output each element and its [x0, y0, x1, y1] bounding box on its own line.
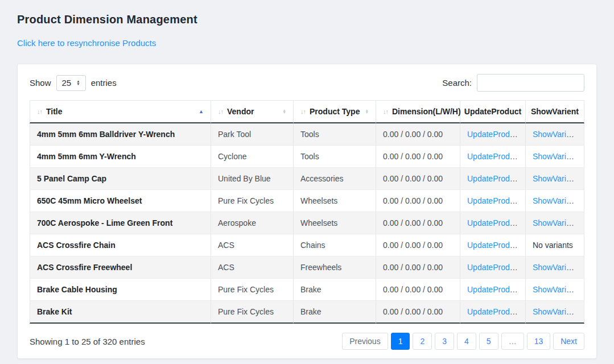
column-label: Dimension(L/W/H): [392, 107, 461, 116]
show-varient-link[interactable]: ShowVarient: [533, 307, 577, 316]
page-title: Product Dimension Management: [17, 13, 597, 26]
update-product-link[interactable]: UpdateProduct: [467, 241, 520, 250]
dimension-cell: 0.00 / 0.00 / 0.00: [376, 168, 460, 190]
update-product-link[interactable]: UpdateProduct: [467, 130, 520, 139]
sort-ascending-icon: ▲: [199, 109, 204, 114]
show-varient-link[interactable]: ShowVarient: [533, 130, 577, 139]
show-varient-cell: ShowVarient: [525, 257, 584, 279]
product-title-cell: 5 Panel Camp Cap: [30, 168, 211, 190]
product-title-cell: Brake Kit: [30, 301, 211, 324]
product-title-cell: 4mm 5mm 6mm Balldriver Y-Wrench: [30, 123, 211, 146]
pagination-previous[interactable]: Previous: [342, 333, 388, 350]
vendor-cell: Cyclone: [211, 146, 293, 168]
dimension-cell: 0.00 / 0.00 / 0.00: [376, 279, 460, 301]
pagination-page-13[interactable]: 13: [527, 333, 551, 350]
show-varient-cell: ShowVarient: [525, 279, 584, 301]
update-product-link[interactable]: UpdateProduct: [467, 152, 520, 161]
show-varient-link[interactable]: ShowVarient: [533, 285, 577, 294]
table-row: 650C 45mm Micro WheelsetPure Fix CyclesW…: [30, 190, 584, 212]
update-product-cell: UpdateProduct: [460, 168, 525, 190]
vendor-cell: ACS: [211, 234, 293, 257]
dimension-cell: 0.00 / 0.00 / 0.00: [376, 301, 460, 324]
sort-unsorted-icon: ▲▼: [283, 109, 286, 114]
show-varient-link[interactable]: ShowVarient: [533, 218, 577, 228]
table-row: 700C Aerospoke - Lime Green FrontAerospo…: [30, 212, 584, 234]
column-label: ShowVarient: [531, 107, 579, 116]
update-product-cell: UpdateProduct: [460, 257, 525, 279]
update-product-link[interactable]: UpdateProduct: [467, 263, 520, 272]
product-type-cell: Tools: [293, 123, 376, 146]
page-length-value: 25: [62, 78, 72, 88]
column-header-showvarient: ShowVarient: [525, 100, 584, 123]
table-footer: Showing 1 to 25 of 320 entries Previous1…: [30, 333, 584, 350]
column-header-product-type[interactable]: ↓↑Product Type▲▼: [293, 100, 376, 123]
update-product-link[interactable]: UpdateProduct: [467, 307, 520, 316]
products-table: ↓↑Title▲↓↑Vendor▲▼↓↑Product Type▲▼↓↑Dime…: [30, 100, 584, 324]
page: Product Dimension Management Click here …: [0, 0, 614, 359]
column-header-vendor[interactable]: ↓↑Vendor▲▼: [211, 100, 293, 123]
product-type-cell: Chains: [293, 234, 376, 257]
pagination-page-1[interactable]: 1: [391, 333, 410, 350]
show-varient-cell: ShowVarient: [525, 168, 584, 190]
product-type-cell: Accessories: [293, 168, 376, 190]
datatable-card: Show 25 ▲▼ entries Search: ↓↑Title▲↓↑Ven…: [17, 64, 597, 359]
pagination-page-4[interactable]: 4: [457, 333, 476, 350]
product-type-cell: Freewheels: [293, 257, 376, 279]
table-row: 4mm 5mm 6mm Y-WrenchCycloneTools0.00 / 0…: [30, 146, 584, 168]
dimension-cell: 0.00 / 0.00 / 0.00: [376, 190, 460, 212]
product-title-cell: ACS Crossfire Freewheel: [30, 257, 211, 279]
show-varient-link[interactable]: ShowVarient: [533, 152, 577, 161]
show-varient-cell: ShowVarient: [525, 212, 584, 234]
table-info: Showing 1 to 25 of 320 entries: [30, 337, 145, 346]
product-title-cell: 4mm 5mm 6mm Y-Wrench: [30, 146, 211, 168]
sort-arrows-icon: ↓↑: [218, 108, 223, 115]
show-varient-cell: ShowVarient: [525, 301, 584, 324]
vendor-cell: Aerospoke: [211, 212, 293, 234]
vendor-cell: Park Tool: [211, 123, 293, 146]
column-label: Title: [46, 107, 63, 116]
pagination-page-3[interactable]: 3: [435, 333, 454, 350]
table-row: Brake Cable HousingPure Fix CyclesBrake0…: [30, 279, 584, 301]
show-varient-link[interactable]: ShowVarient: [533, 263, 577, 272]
vendor-cell: Pure Fix Cycles: [211, 279, 293, 301]
page-length-select[interactable]: 25 ▲▼: [56, 75, 86, 91]
dimension-cell: 0.00 / 0.00 / 0.00: [376, 146, 460, 168]
show-varient-link[interactable]: ShowVarient: [533, 196, 577, 205]
table-row: Brake KitPure Fix CyclesBrake0.00 / 0.00…: [30, 301, 584, 324]
sort-arrows-icon: ↓↑: [300, 108, 306, 115]
show-varient-link[interactable]: ShowVarient: [533, 174, 577, 183]
update-product-link[interactable]: UpdateProduct: [467, 285, 520, 294]
no-variants-text: No variants: [533, 241, 573, 250]
show-varient-cell: No variants: [525, 234, 584, 257]
column-header-title[interactable]: ↓↑Title▲: [30, 100, 211, 123]
table-row: ACS Crossfire FreewheelACSFreewheels0.00…: [30, 257, 584, 279]
resync-products-link[interactable]: Click here to resynchronise Products: [17, 38, 156, 48]
product-type-cell: Brake: [293, 301, 376, 324]
pagination-page-2[interactable]: 2: [413, 333, 432, 350]
update-product-link[interactable]: UpdateProduct: [467, 218, 520, 228]
select-updown-icon: ▲▼: [76, 80, 80, 85]
column-header-dimension-l-w-h[interactable]: ↓↑Dimension(L/W/H)▲▼: [376, 100, 460, 123]
update-product-cell: UpdateProduct: [460, 123, 525, 146]
page-length-control: Show 25 ▲▼ entries: [30, 75, 117, 91]
update-product-cell: UpdateProduct: [460, 279, 525, 301]
table-row: ACS Crossfire ChainACSChains0.00 / 0.00 …: [30, 234, 584, 257]
show-varient-cell: ShowVarient: [525, 146, 584, 168]
update-product-cell: UpdateProduct: [460, 190, 525, 212]
update-product-cell: UpdateProduct: [460, 212, 525, 234]
vendor-cell: Pure Fix Cycles: [211, 301, 293, 324]
product-title-cell: 700C Aerospoke - Lime Green Front: [30, 212, 211, 234]
pagination-page-5[interactable]: 5: [479, 333, 498, 350]
search-label: Search:: [442, 78, 472, 88]
sort-unsorted-icon: ▲▼: [365, 109, 369, 114]
dimension-cell: 0.00 / 0.00 / 0.00: [376, 234, 460, 257]
update-product-link[interactable]: UpdateProduct: [467, 174, 520, 183]
show-varient-cell: ShowVarient: [525, 123, 584, 146]
dimension-cell: 0.00 / 0.00 / 0.00: [376, 123, 460, 146]
pagination-next[interactable]: Next: [553, 333, 584, 350]
update-product-link[interactable]: UpdateProduct: [467, 196, 520, 205]
search-input[interactable]: [477, 74, 584, 92]
column-label: Vendor: [227, 107, 254, 116]
product-title-cell: Brake Cable Housing: [30, 279, 211, 301]
show-label: Show: [30, 78, 51, 88]
